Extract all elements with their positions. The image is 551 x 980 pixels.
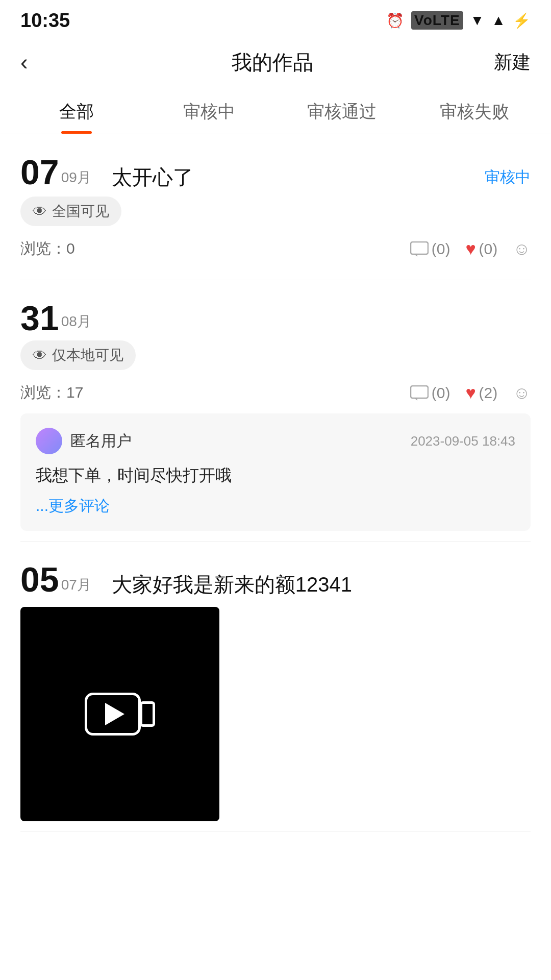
entry-date-header: 31 08月 [20, 301, 531, 335]
like-stat: ♥ (2) [465, 383, 497, 403]
comment-stat: (0) [410, 240, 450, 258]
play-button-container [85, 693, 155, 736]
comment-username: 匿名用户 [70, 431, 132, 452]
svg-rect-0 [411, 242, 428, 254]
video-thumbnail[interactable] [20, 607, 219, 821]
entry-day: 05 [20, 562, 59, 597]
play-box-icon [85, 693, 141, 736]
comment-time: 2023-09-05 18:43 [411, 433, 515, 449]
svg-rect-1 [411, 386, 428, 398]
smiley-icon: ☺ [513, 239, 531, 259]
entry-day: 31 [20, 301, 59, 335]
share-stat: ☺ [513, 239, 531, 259]
tab-rejected[interactable]: 审核失败 [408, 88, 541, 134]
battery-icon: ⚡ [513, 12, 531, 29]
stats-right: (0) ♥ (0) ☺ [410, 239, 531, 259]
entry-date-header: 05 07月 大家好我是新来的额12341 [20, 562, 531, 599]
share-stat: ☺ [513, 383, 531, 403]
content-area: 07 09月 太开心了 审核中 👁 全国可见 浏览：0 (0) [0, 134, 551, 832]
new-button[interactable]: 新建 [494, 50, 531, 75]
eye-icon: 👁 [33, 347, 47, 364]
alarm-icon: ⏰ [386, 12, 404, 29]
entry-month: 09月 [61, 168, 91, 191]
status-time: 10:35 [20, 10, 70, 32]
more-comments-link[interactable]: ...更多评论 [36, 497, 110, 514]
comment-user-info: 匿名用户 [36, 428, 132, 454]
comment-header: 匿名用户 2023-09-05 18:43 [36, 428, 515, 454]
comment-icon [410, 241, 429, 257]
entry-month: 08月 [61, 312, 91, 335]
play-triangle-icon [105, 703, 124, 725]
tabs-bar: 全部 审核中 审核通过 审核失败 [0, 88, 551, 134]
camera-bump-icon [140, 701, 155, 727]
views-count: 浏览：17 [20, 382, 83, 403]
signal-icon: ▲ [491, 12, 506, 29]
comment-stat: (0) [410, 384, 450, 402]
like-stat: ♥ (0) [465, 239, 497, 259]
volte-icon: VoLTE [411, 11, 463, 30]
visibility-badge: 👁 全国可见 [20, 197, 121, 226]
page-title: 我的作品 [232, 48, 313, 77]
eye-icon: 👁 [33, 203, 47, 220]
heart-icon: ♥ [465, 239, 475, 259]
header: ‹ 我的作品 新建 [0, 37, 551, 88]
smiley-icon: ☺ [513, 383, 531, 403]
heart-icon: ♥ [465, 383, 475, 403]
stats-row: 浏览：17 (0) ♥ (2) ☺ [20, 382, 531, 403]
entry-title: 太开心了 [112, 163, 193, 191]
tab-reviewing[interactable]: 审核中 [143, 88, 276, 134]
entry-item: 07 09月 太开心了 审核中 👁 全国可见 浏览：0 (0) [20, 134, 531, 280]
entry-title: 大家好我是新来的额12341 [112, 573, 352, 596]
entry-item: 05 07月 大家好我是新来的额12341 [20, 542, 531, 832]
back-button[interactable]: ‹ [20, 50, 51, 75]
status-bar: 10:35 ⏰ VoLTE ▼ ▲ ⚡ [0, 0, 551, 37]
wifi-icon: ▼ [470, 12, 485, 29]
entry-status-badge: 审核中 [485, 167, 531, 188]
entry-day: 07 [20, 155, 59, 189]
entry-month: 07月 [61, 575, 91, 599]
stats-right: (0) ♥ (2) ☺ [410, 383, 531, 403]
entry-item: 31 08月 👁 仅本地可见 浏览：17 (0) ♥ (2) [20, 280, 531, 542]
comment-card: 匿名用户 2023-09-05 18:43 我想下单，时间尽快打开哦 ...更多… [20, 413, 531, 531]
comment-text: 我想下单，时间尽快打开哦 [36, 462, 515, 488]
avatar [36, 428, 62, 454]
stats-row: 浏览：0 (0) ♥ (0) ☺ [20, 238, 531, 259]
tab-all[interactable]: 全部 [10, 88, 143, 134]
entry-date-header: 07 09月 太开心了 审核中 [20, 155, 531, 191]
status-icons: ⏰ VoLTE ▼ ▲ ⚡ [386, 11, 531, 30]
comment-icon [410, 385, 429, 401]
tab-approved[interactable]: 审核通过 [276, 88, 408, 134]
views-count: 浏览：0 [20, 238, 75, 259]
visibility-badge: 👁 仅本地可见 [20, 340, 136, 370]
